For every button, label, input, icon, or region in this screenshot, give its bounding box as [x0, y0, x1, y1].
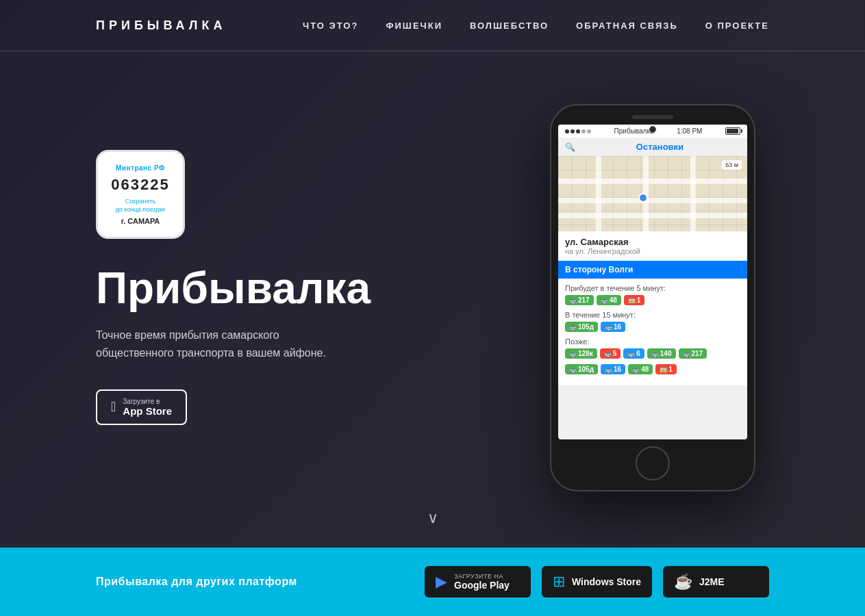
hero-subtitle: Точное время прибытия самарского обществ…	[96, 326, 356, 361]
nav-link-what[interactable]: ЧТО ЭТО?	[303, 21, 358, 31]
route-tags-later: 🚌128к 🚌5 🚌6 🚌140 🚌217	[565, 348, 740, 359]
route-tag: 🚌48	[628, 364, 653, 374]
route-tags-extra: 🚌105д 🚌16 🚌48 🚋1	[565, 364, 740, 374]
phone-mockup: Прибывалка 1:08 PM 🔍 Остановки	[550, 104, 769, 491]
route-tag: 🚌16	[601, 364, 625, 374]
arrival-label-15min: В течение 15 минут:	[565, 311, 740, 319]
google-play-button[interactable]: ▶ ЗАГРУЗИТЕ НА Google Play	[425, 566, 531, 598]
hero-section: Минтранс РФ 063225 Сохранять до конца по…	[0, 0, 865, 548]
google-play-label-big: Google Play	[454, 580, 510, 591]
status-app-name: Прибывалка	[614, 127, 654, 135]
route-tag: 🚌5	[600, 348, 621, 359]
stop-info: ул. Самарская на ул. Ленинградской	[558, 231, 747, 261]
route-tag: 🚌48	[597, 295, 621, 305]
google-play-icon: ▶	[436, 573, 447, 591]
navbar: ПРИБЫВАЛКА ЧТО ЭТО? ФИШЕЧКИ ВОЛШЕБСТВО О…	[0, 0, 865, 51]
signal-dots	[565, 129, 591, 133]
route-tag: 🚋1	[624, 295, 645, 305]
ticket-number: 063225	[111, 176, 169, 194]
arrivals-list: Прибудет в течение 5 минут: 🚌217 🚌48 🚋1 …	[558, 279, 747, 385]
arrival-label-5min: Прибудет в течение 5 минут:	[565, 284, 740, 292]
arrival-row-extra: 🚌105д 🚌16 🚌48 🚋1	[565, 364, 740, 374]
route-tag: 🚌217	[565, 295, 594, 305]
route-tags-15min: 🚌105д 🚌16	[565, 322, 740, 332]
phone-map: 63 м	[558, 156, 747, 231]
route-tag: 🚌105д	[565, 364, 598, 374]
appstore-label-big: App Store	[123, 405, 172, 417]
j2me-icon: ☕	[674, 573, 692, 591]
route-tag: 🚌140	[647, 348, 676, 359]
phone-search-icon: 🔍	[565, 142, 575, 152]
windows-store-label-big: Windows Store	[572, 576, 641, 587]
nav-logo: ПРИБЫВАЛКА	[96, 18, 226, 33]
hero-left: Минтранс РФ 063225 Сохранять до конца по…	[96, 150, 466, 424]
route-tag: 🚌16	[601, 322, 625, 332]
route-tags-5min: 🚌217 🚌48 🚋1	[565, 295, 740, 305]
ticket-city: г. САМАРА	[121, 217, 160, 225]
nav-link-about[interactable]: О ПРОЕКТЕ	[705, 21, 769, 31]
footer-text: Прибывалка для других платформ	[96, 576, 297, 588]
scroll-arrow[interactable]: ∨	[427, 509, 438, 527]
google-play-label-small: ЗАГРУЗИТЕ НА	[454, 573, 510, 580]
nav-link-magic[interactable]: ВОЛШЕБСТВО	[470, 21, 549, 31]
nav-link-features[interactable]: ФИШЕЧКИ	[386, 21, 442, 31]
battery-icon	[725, 127, 740, 135]
route-tag: 🚌6	[623, 348, 644, 359]
hero-content: Минтранс РФ 063225 Сохранять до конца по…	[0, 1, 865, 546]
arrival-row-15min: В течение 15 минут: 🚌105д 🚌16	[565, 311, 740, 332]
route-tag: 🚌128к	[565, 348, 597, 359]
arrival-row-5min: Прибудет в течение 5 минут: 🚌217 🚌48 🚋1	[565, 284, 740, 305]
windows-icon: ⊞	[553, 573, 565, 591]
ticket-ministry: Минтранс РФ	[116, 164, 165, 172]
stop-sub: на ул. Ленинградской	[565, 247, 740, 255]
windows-store-button[interactable]: ⊞ Windows Store	[542, 566, 652, 598]
appstore-button[interactable]:  Загрузите в App Store	[96, 389, 187, 425]
hero-title: Прибывалка	[96, 266, 466, 310]
hero-right: Прибывалка 1:08 PM 🔍 Остановки	[466, 84, 769, 491]
phone-search-bar: 🔍 Остановки	[558, 138, 747, 156]
j2me-button[interactable]: ☕ J2ME	[663, 566, 769, 598]
map-location-pin	[638, 193, 648, 203]
direction-bar[interactable]: В сторону Волги	[558, 261, 747, 279]
phone-camera	[649, 126, 656, 133]
stop-name: ул. Самарская	[565, 237, 740, 247]
arrival-label-later: Позже:	[565, 337, 740, 346]
phone-screen: Прибывалка 1:08 PM 🔍 Остановки	[558, 125, 747, 439]
phone-home-button[interactable]	[636, 446, 670, 480]
route-tag: 🚌217	[679, 348, 707, 359]
apple-icon: 	[111, 399, 116, 415]
nav-link-feedback[interactable]: ОБРАТНАЯ СВЯЗЬ	[576, 21, 678, 31]
route-tag: 🚌105д	[565, 322, 598, 332]
status-time: 1:08 PM	[677, 127, 702, 135]
footer-strip: Прибывалка для других платформ ▶ ЗАГРУЗИ…	[0, 548, 865, 616]
map-scale: 63 м	[722, 160, 742, 170]
appstore-label-small: Загрузите в	[123, 398, 172, 405]
ticket-badge: Минтранс РФ 063225 Сохранять до конца по…	[96, 150, 185, 239]
arrival-row-later: Позже: 🚌128к 🚌5 🚌6 🚌140 🚌217	[565, 337, 740, 359]
j2me-label-big: J2ME	[699, 576, 725, 587]
route-tag: 🚋1	[655, 364, 677, 374]
nav-links: ЧТО ЭТО? ФИШЕЧКИ ВОЛШЕБСТВО ОБРАТНАЯ СВЯ…	[303, 21, 769, 31]
footer-buttons: ▶ ЗАГРУЗИТЕ НА Google Play ⊞ Windows Sto…	[425, 566, 769, 598]
phone-search-placeholder: Остановки	[579, 142, 740, 152]
phone-speaker	[632, 115, 673, 119]
ticket-save: Сохранять до конца поездки	[116, 198, 165, 214]
phone-outer: Прибывалка 1:08 PM 🔍 Остановки	[550, 104, 755, 491]
